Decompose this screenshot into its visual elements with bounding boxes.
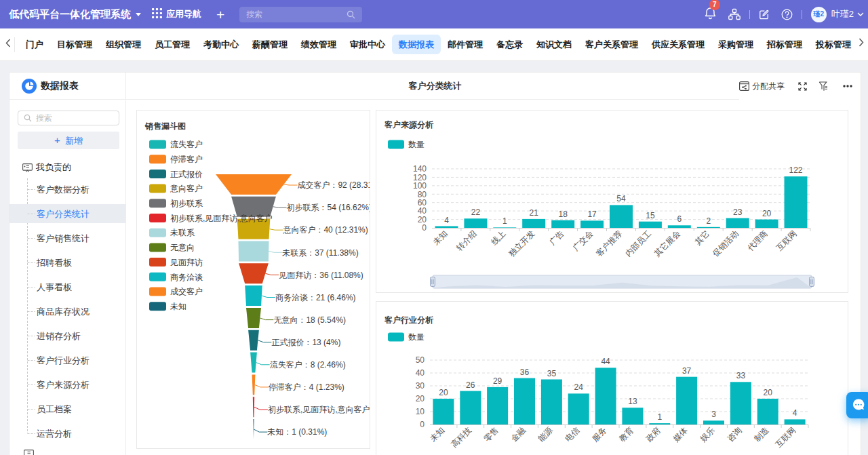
svg-text:18: 18 <box>559 210 568 219</box>
svg-text:零售: 零售 <box>482 425 500 443</box>
svg-text:意向客户: 意向客户 <box>170 184 203 193</box>
svg-text:100: 100 <box>413 181 427 191</box>
svg-text:其它: 其它 <box>693 229 711 247</box>
svg-text:数量: 数量 <box>408 140 425 149</box>
svg-text:独立开发: 独立开发 <box>507 229 537 259</box>
svg-text:见面拜访: 见面拜访 <box>170 258 203 267</box>
svg-text:无意向: 无意向 <box>170 243 195 252</box>
svg-text:54: 54 <box>616 194 626 203</box>
svg-text:33: 33 <box>736 371 746 380</box>
svg-text:意向客户：40 (12.31%): 意向客户：40 (12.31%) <box>282 225 368 235</box>
svg-text:初步联系,见面拜访,意向客户：2 (0.62%): 初步联系,见面拜访,意向客户：2 (0.62%) <box>268 405 370 414</box>
svg-text:制造: 制造 <box>752 425 770 443</box>
svg-text:0: 0 <box>422 223 427 233</box>
svg-text:29: 29 <box>493 376 502 386</box>
svg-text:2: 2 <box>706 216 711 226</box>
svg-text:未联系: 未联系 <box>170 228 195 237</box>
svg-text:80: 80 <box>418 190 427 199</box>
svg-text:40: 40 <box>418 206 427 216</box>
svg-text:未知: 未知 <box>170 302 186 311</box>
svg-text:教育: 教育 <box>617 425 635 443</box>
svg-text:客户行业分析: 客户行业分析 <box>37 355 90 365</box>
svg-text:数量: 数量 <box>408 332 425 342</box>
svg-text:36: 36 <box>520 368 530 377</box>
svg-text:员工档案: 员工档案 <box>37 404 72 414</box>
svg-text:122: 122 <box>789 165 802 175</box>
svg-text:其它展会: 其它展会 <box>652 229 682 258</box>
svg-text:停滞客户：4 (1.23%): 停滞客户：4 (1.23%) <box>269 382 344 392</box>
svg-text:37: 37 <box>682 366 692 376</box>
svg-text:客户分类统计: 客户分类统计 <box>37 209 90 219</box>
svg-text:代理商: 代理商 <box>745 229 770 253</box>
svg-text:未知: 未知 <box>428 425 446 443</box>
svg-text:未知: 未知 <box>431 229 450 247</box>
svg-text:1: 1 <box>657 412 662 422</box>
svg-text:客户推荐: 客户推荐 <box>594 229 624 258</box>
svg-text:客户数据分析: 客户数据分析 <box>37 184 90 195</box>
svg-text:客户销售统计: 客户销售统计 <box>37 233 90 243</box>
svg-text:停滞客户: 停滞客户 <box>170 155 203 164</box>
svg-text:咨询: 咨询 <box>726 425 744 443</box>
svg-text:高科技: 高科技 <box>450 425 473 449</box>
svg-text:线上: 线上 <box>490 229 508 247</box>
svg-text:客户行业分析: 客户行业分析 <box>384 315 434 325</box>
svg-text:互联网: 互联网 <box>774 229 798 252</box>
svg-text:广告: 广告 <box>547 229 566 247</box>
svg-text:成交客户: 成交客户 <box>170 287 203 296</box>
svg-text:客户来源分析: 客户来源分析 <box>37 380 90 390</box>
svg-text:24: 24 <box>574 382 584 392</box>
svg-text:50: 50 <box>416 355 425 365</box>
svg-text:正式报价：13 (4%): 正式报价：13 (4%) <box>271 338 340 347</box>
svg-text:20: 20 <box>418 215 427 224</box>
svg-text:见面拜访：36 (11.08%): 见面拜访：36 (11.08%) <box>279 271 363 280</box>
svg-text:娱乐: 娱乐 <box>698 425 717 444</box>
svg-text:35: 35 <box>547 369 557 378</box>
svg-text:40: 40 <box>416 368 425 378</box>
svg-text:初步联系：54 (16.62%): 初步联系：54 (16.62%) <box>287 203 370 212</box>
svg-text:无意向：18 (5.54%): 无意向：18 (5.54%) <box>273 315 346 325</box>
svg-text:初步联系: 初步联系 <box>170 199 203 208</box>
svg-text:客户来源分析: 客户来源分析 <box>384 120 434 130</box>
svg-text:3: 3 <box>711 410 716 419</box>
svg-text:互联网: 互联网 <box>774 425 797 449</box>
svg-text:15: 15 <box>646 211 655 220</box>
svg-text:服务: 服务 <box>590 425 608 443</box>
svg-text:初步联系,见面拜访,意向客户: 初步联系,见面拜访,意向客户 <box>170 214 273 223</box>
svg-text:金融: 金融 <box>509 425 528 444</box>
svg-text:流失客户：8 (2.46%): 流失客户：8 (2.46%) <box>270 360 346 370</box>
svg-text:成交客户：92 (28.31%): 成交客户：92 (28.31%) <box>297 180 370 190</box>
svg-text:4: 4 <box>444 216 449 225</box>
svg-text:140: 140 <box>413 164 427 174</box>
svg-text:进销存分析: 进销存分析 <box>37 331 81 341</box>
svg-text:内部员工: 内部员工 <box>623 229 653 258</box>
svg-text:能源: 能源 <box>536 425 555 443</box>
svg-text:21: 21 <box>530 208 539 218</box>
svg-text:商务洽谈：21 (6.46%): 商务洽谈：21 (6.46%) <box>275 293 356 302</box>
svg-text:媒体: 媒体 <box>671 425 690 443</box>
svg-text:政府: 政府 <box>644 425 663 443</box>
svg-text:正式报价: 正式报价 <box>170 170 203 179</box>
svg-text:电信: 电信 <box>563 425 581 443</box>
svg-text:20: 20 <box>762 209 772 218</box>
svg-text:20: 20 <box>439 388 448 397</box>
svg-text:转介绍: 转介绍 <box>454 229 478 252</box>
svg-text:13: 13 <box>628 397 637 406</box>
svg-text:30: 30 <box>416 381 425 391</box>
svg-text:人事看板: 人事看板 <box>37 282 72 292</box>
svg-text:10: 10 <box>416 407 425 416</box>
svg-text:6: 6 <box>677 214 682 224</box>
svg-text:销售漏斗图: 销售漏斗图 <box>144 121 186 131</box>
svg-text:60: 60 <box>418 198 427 207</box>
svg-text:流失客户: 流失客户 <box>170 140 203 149</box>
svg-text:促销活动: 促销活动 <box>711 229 741 258</box>
svg-text:0: 0 <box>420 420 425 429</box>
svg-text:23: 23 <box>733 207 743 217</box>
svg-text:广交会: 广交会 <box>571 229 595 252</box>
svg-text:44: 44 <box>601 357 610 366</box>
svg-text:22: 22 <box>471 207 481 217</box>
svg-text:运营分析: 运营分析 <box>37 429 72 439</box>
svg-text:20: 20 <box>764 388 773 397</box>
svg-text:商品库存状况: 商品库存状况 <box>37 306 90 317</box>
svg-text:未联系：37 (11.38%): 未联系：37 (11.38%) <box>282 248 358 258</box>
svg-text:120: 120 <box>413 173 427 182</box>
